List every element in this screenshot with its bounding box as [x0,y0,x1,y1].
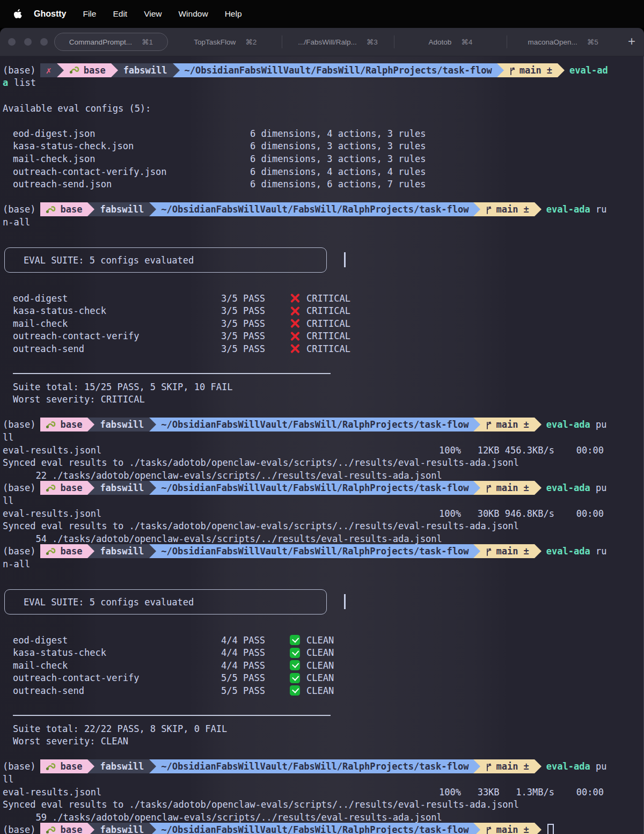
apple-menu-icon[interactable] [13,9,22,19]
tab-maconaopen[interactable]: maconaOpen... ⌘5 [507,28,619,56]
conda-segment: base [64,63,111,77]
path-segment: ~/ObsidianFabsWillVault/FabsWill/RalphPr… [156,481,473,495]
current-path: ~/ObsidianFabsWillVault/FabsWill/RalphPr… [161,759,469,773]
prompt-line: (base)basefabswill~/ObsidianFabsWillVaul… [0,760,643,773]
terminal-text: kasa-status-check.json [13,141,134,151]
terminal-text: CLEAN [306,685,334,696]
tab-fabswill-ralph[interactable]: .../FabsWill/Ralp... ⌘3 [282,28,394,56]
terminal-line: mail-check4/4 PASSCLEAN [0,659,643,672]
tabs: CommandPrompt... ⌘1 TopTaskFlow ⌘2 .../F… [53,28,619,56]
command-part: pu [590,482,607,493]
user-segment: fabswill [94,418,149,431]
command-part: eval-ad [569,65,608,76]
eval-suite-label: EVAL SUITE: 5 configs evaluated [24,597,194,608]
git-branch-icon [509,65,516,75]
powerline-arrow-icon [149,202,156,216]
command-part: eval-ada [546,204,590,215]
close-window-button[interactable] [8,38,16,46]
prompt-venv: (base) [3,824,35,834]
path-segment: ~/ObsidianFabsWillVault/FabsWill/RalphPr… [156,202,473,216]
terminal-text: 6 dimensions, 3 actions, 3 rules [250,141,426,151]
conda-env-name: base [60,202,82,216]
terminal-blank-line [0,570,643,583]
divider [13,715,331,716]
terminal-text: 5/5 PASS [221,672,265,683]
git-segment: main ± [480,544,534,558]
powerline-arrow-icon [473,759,480,773]
menu-item-file[interactable]: File [83,9,96,19]
terminal-text: 4/4 PASS [221,647,265,658]
terminal-line: eod-digest4/4 PASSCLEAN [0,634,643,647]
menu-bar: Ghostty File Edit View Window Help [0,0,644,28]
eval-suite-box: EVAL SUITE: 5 configs evaluated [4,247,327,273]
terminal-text: CLEAN [306,672,334,683]
powerline-arrow-icon [497,63,504,77]
snake-icon [69,65,79,75]
git-segment: main ± [480,759,534,773]
menu-item-edit[interactable]: Edit [113,9,127,19]
terminal-line [0,368,643,381]
terminal-line: Synced eval results to ./tasks/adotob/op… [0,520,643,532]
terminal-line: eod-digest3/5 PASSCRITICAL [0,292,643,305]
terminal-blank-line [0,748,643,760]
terminal-line: kasa-status-check.json6 dimensions, 3 ac… [0,140,643,153]
username: fabswill [100,202,144,216]
cross-icon [290,293,300,303]
git-branch-icon [485,762,492,771]
terminal-line: Worst severity: CLEAN [0,735,643,748]
terminal-cursor [547,824,554,834]
conda-env-name: base [60,544,82,558]
menu-item-window[interactable]: Window [178,9,208,19]
menu-item-view[interactable]: View [144,9,162,19]
terminal-text: CRITICAL [306,293,350,304]
tab-adotob[interactable]: Adotob ⌘4 [394,28,507,56]
snake-icon [45,420,56,429]
terminal-blank-line [0,406,643,419]
powerline-arrow-icon [149,759,156,773]
terminal-blank-line [0,89,643,102]
terminal-text: mail-check [13,660,68,671]
cross-icon [290,331,300,341]
menu-item-help[interactable]: Help [225,9,242,19]
terminal-line: 54 ./tasks/adotob/openclaw-evals/scripts… [0,532,643,545]
command-part: eval-ada [546,482,590,493]
git-segment: main ± [504,63,558,77]
powerline-arrow-icon [87,202,94,216]
terminal-text: n-all [3,559,30,569]
terminal-line: eval-results.jsonl100% 30KB 946.8KB/s 00… [0,507,643,520]
terminal-line: Synced eval results to ./tasks/adotob/op… [0,456,643,469]
terminal-blank-line [0,191,643,203]
terminal-text: ll [3,774,13,785]
powerline-arrow-icon [87,823,94,834]
powerline-arrow-icon [173,63,180,77]
tab-bar: CommandPrompt... ⌘1 TopTaskFlow ⌘2 .../F… [0,28,644,56]
terminal-text: Worst severity: CLEAN [13,736,128,747]
cross-icon [290,306,300,316]
terminal-output[interactable]: (base)✗basefabswill~/ObsidianFabsWillVau… [0,56,644,834]
minimize-window-button[interactable] [24,38,32,46]
terminal-line: Available eval configs (5): [0,102,643,115]
terminal-line: ll [0,431,643,444]
tab-commandprompt[interactable]: CommandPrompt... ⌘1 [54,33,168,51]
cross-icon [290,318,300,328]
app-name[interactable]: Ghostty [34,9,66,19]
conda-env-name: base [60,481,82,495]
conda-segment: base [40,202,87,216]
zoom-window-button[interactable] [40,38,48,46]
eval-suite-label: EVAL SUITE: 5 configs evaluated [24,255,194,266]
terminal-text: CLEAN [306,660,334,671]
conda-segment: base [40,481,87,495]
terminal-text: 3/5 PASS [221,318,265,329]
conda-segment: base [40,544,87,558]
git-branch-name: main ± [496,544,529,558]
path-segment: ~/ObsidianFabsWillVault/FabsWill/RalphPr… [156,823,473,834]
terminal-line: outreach-contact-verify3/5 PASSCRITICAL [0,330,643,342]
new-tab-button[interactable]: + [619,34,644,50]
git-branch-name: main ± [496,202,529,216]
user-segment: fabswill [94,823,149,834]
command-part: pu [590,419,607,430]
terminal-text: outreach-contact-verify [13,331,139,341]
terminal-text: 6 dimensions, 6 actions, 7 rules [250,179,426,189]
username: fabswill [100,481,144,495]
tab-toptaskflow[interactable]: TopTaskFlow ⌘2 [169,28,282,56]
